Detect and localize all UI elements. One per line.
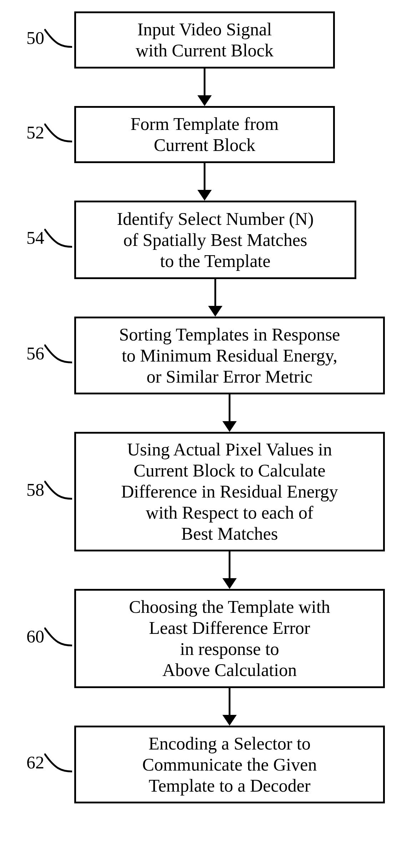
svg-marker-5 bbox=[208, 306, 222, 317]
step-label-col: 60 bbox=[0, 626, 74, 651]
step-number: 56 bbox=[26, 343, 44, 364]
flow-row-50: 50 Input Video Signal with Current Block bbox=[0, 11, 397, 69]
flow-arrow bbox=[0, 163, 397, 201]
connector-line bbox=[44, 27, 72, 52]
flow-step-text: Sorting Templates in Response to Minimum… bbox=[119, 324, 340, 387]
svg-marker-7 bbox=[222, 421, 237, 432]
connector-line bbox=[44, 227, 72, 252]
connector-line bbox=[44, 343, 72, 368]
flow-step-box: Form Template from Current Block bbox=[74, 106, 335, 163]
step-number: 62 bbox=[26, 752, 44, 773]
flow-arrow bbox=[0, 394, 397, 432]
flow-step-text: Encoding a Selector to Communicate the G… bbox=[142, 733, 317, 796]
flow-row-60: 60 Choosing the Template with Least Diff… bbox=[0, 589, 397, 688]
flowchart-container: 50 Input Video Signal with Current Block… bbox=[0, 0, 397, 803]
step-label-col: 52 bbox=[0, 122, 74, 147]
flow-arrow bbox=[0, 688, 397, 726]
flow-row-54: 54 Identify Select Number (N) of Spatial… bbox=[0, 201, 397, 279]
flow-step-text: Input Video Signal with Current Block bbox=[136, 19, 273, 61]
flow-step-box: Choosing the Template with Least Differe… bbox=[74, 589, 385, 688]
flow-step-text: Identify Select Number (N) of Spatially … bbox=[117, 208, 313, 272]
flow-step-box: Using Actual Pixel Values in Current Blo… bbox=[74, 432, 385, 551]
step-number: 50 bbox=[26, 27, 44, 48]
flow-step-box: Input Video Signal with Current Block bbox=[74, 11, 335, 69]
step-label-col: 58 bbox=[0, 479, 74, 504]
step-number: 54 bbox=[26, 227, 44, 248]
flow-step-text: Form Template from Current Block bbox=[131, 113, 279, 156]
flow-arrow bbox=[0, 279, 397, 317]
flow-row-52: 52 Form Template from Current Block bbox=[0, 106, 397, 163]
flow-row-62: 62 Encoding a Selector to Communicate th… bbox=[0, 726, 397, 803]
flow-step-text: Choosing the Template with Least Differe… bbox=[129, 596, 330, 681]
connector-line bbox=[44, 626, 72, 651]
svg-marker-9 bbox=[222, 578, 237, 589]
flow-step-box: Identify Select Number (N) of Spatially … bbox=[74, 201, 356, 279]
step-label-col: 56 bbox=[0, 343, 74, 368]
flow-step-text: Using Actual Pixel Values in Current Blo… bbox=[121, 439, 338, 544]
svg-marker-11 bbox=[222, 715, 237, 726]
flow-arrow bbox=[0, 551, 397, 589]
step-label-col: 62 bbox=[0, 752, 74, 777]
connector-line bbox=[44, 752, 72, 777]
flow-arrow bbox=[0, 69, 397, 106]
connector-line bbox=[44, 122, 72, 147]
flow-row-58: 58 Using Actual Pixel Values in Current … bbox=[0, 432, 397, 551]
svg-marker-3 bbox=[197, 190, 212, 201]
svg-marker-1 bbox=[197, 95, 212, 106]
step-label-col: 50 bbox=[0, 27, 74, 52]
step-number: 60 bbox=[26, 626, 44, 647]
connector-line bbox=[44, 479, 72, 504]
step-number: 52 bbox=[26, 122, 44, 143]
flow-step-box: Sorting Templates in Response to Minimum… bbox=[74, 317, 385, 394]
step-number: 58 bbox=[26, 479, 44, 500]
step-label-col: 54 bbox=[0, 227, 74, 252]
flow-row-56: 56 Sorting Templates in Response to Mini… bbox=[0, 317, 397, 394]
flow-step-box: Encoding a Selector to Communicate the G… bbox=[74, 726, 385, 803]
